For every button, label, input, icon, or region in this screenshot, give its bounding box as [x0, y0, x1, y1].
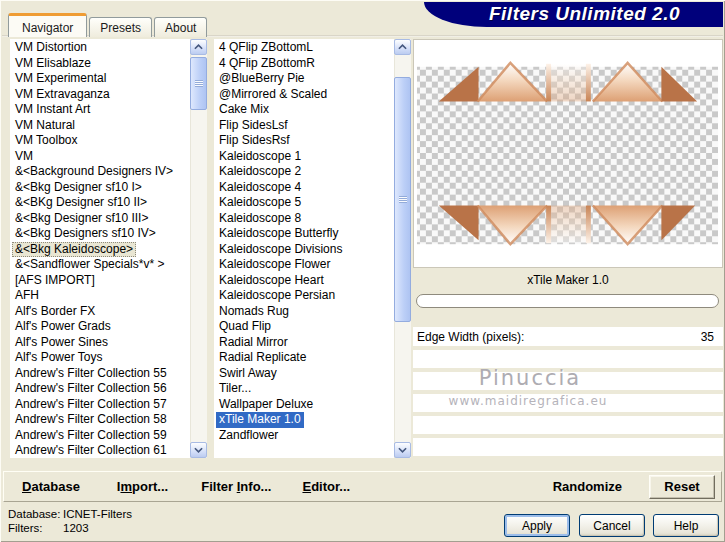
category-list-item[interactable]: Alf's Power Grads — [12, 319, 114, 335]
filter-list-item[interactable]: Tiler... — [216, 381, 254, 397]
preview-image — [414, 40, 722, 267]
scroll-up-button[interactable] — [394, 39, 411, 55]
category-list-item[interactable]: Alf's Power Sines — [12, 335, 111, 351]
database-status-value: ICNET-Filters — [63, 507, 132, 521]
edge-width-label: Edge Width (pixels): — [413, 330, 701, 344]
help-button[interactable]: Help — [653, 514, 719, 537]
category-list-item[interactable]: VM Toolbox — [12, 133, 80, 149]
command-bar: Database Import... Filter Info... Editor… — [3, 471, 722, 502]
database-button[interactable]: Database — [22, 479, 80, 494]
scroll-down-button[interactable] — [190, 442, 207, 458]
filter-info-button[interactable]: Filter Info... — [201, 479, 271, 494]
title-banner: Filters Unlimited 2.0 — [424, 2, 723, 27]
filter-list-item[interactable]: Swirl Away — [216, 366, 280, 382]
category-list-item[interactable]: Alf's Border FX — [12, 304, 98, 320]
database-status-label: Database: — [8, 507, 63, 521]
filter-list-item[interactable]: Nomads Rug — [216, 304, 292, 320]
category-list-item[interactable]: Andrew's Filter Collection 59 — [12, 428, 170, 444]
category-list-item[interactable]: Alf's Power Toys — [12, 350, 105, 366]
filter-list-item[interactable]: Radial Replicate — [216, 350, 309, 366]
filter-list-item[interactable]: Kaleidoscope 5 — [216, 195, 304, 211]
category-list-item[interactable]: &<Sandflower Specials*v* > — [12, 257, 167, 273]
scroll-thumb[interactable] — [394, 77, 411, 322]
filter-list-item[interactable]: Flip SidesLsf — [216, 118, 291, 134]
category-list-item[interactable]: Andrew's Filter Collection 57 — [12, 397, 170, 413]
reset-button[interactable]: Reset — [649, 475, 715, 499]
category-list-item[interactable]: &<BKg Designer sf10 II> — [12, 195, 150, 211]
category-list-item[interactable]: &<Bkg Designer sf10 III> — [12, 211, 151, 227]
category-list-item[interactable]: VM Instant Art — [12, 102, 93, 118]
app-title: Filters Unlimited 2.0 — [489, 3, 680, 25]
progress-bar[interactable] — [416, 294, 719, 308]
watermark-name: Pinuccia — [375, 366, 685, 390]
apply-button[interactable]: Apply — [504, 514, 570, 537]
category-list-item[interactable]: &<Bkg Designers sf10 IV> — [12, 226, 159, 242]
category-list-item[interactable]: VM Distortion — [12, 40, 90, 56]
tab-navigator[interactable]: Navigator — [8, 13, 87, 37]
edge-width-row: Edge Width (pixels): 35 — [413, 327, 723, 346]
filter-list-item[interactable]: @BlueBerry Pie — [216, 71, 308, 87]
tab-about[interactable]: About — [154, 17, 207, 37]
category-list-item[interactable]: VM Experimental — [12, 71, 109, 87]
category-list-item[interactable]: &<Background Designers IV> — [12, 164, 176, 180]
filter-list-item[interactable]: Zandflower — [216, 428, 281, 444]
filter-list-item[interactable]: Cake Mix — [216, 102, 272, 118]
category-list-item[interactable]: [AFS IMPORT] — [12, 273, 98, 289]
filter-list-item[interactable]: Radial Mirror — [216, 335, 291, 351]
parameter-row — [413, 438, 723, 456]
filter-list-item[interactable]: Kaleidoscope 4 — [216, 180, 304, 196]
category-list-item[interactable]: Andrew's Filter Collection 58 — [12, 412, 170, 428]
category-list-item[interactable]: AFH — [12, 288, 42, 304]
category-scrollbar[interactable] — [190, 39, 207, 458]
preview-panel: xTile Maker 1.0 Edge Width (pixels): 35 … — [413, 39, 723, 471]
randomize-button[interactable]: Randomize — [553, 479, 622, 494]
category-list-item[interactable]: &<Bkg Designer sf10 I> — [12, 180, 145, 196]
editor-button[interactable]: Editor... — [302, 479, 350, 494]
edge-width-value[interactable]: 35 — [701, 330, 723, 344]
category-listbox: VM DistortionVM ElisablazeVM Experimenta… — [10, 39, 207, 458]
filter-list-item[interactable]: Kaleidoscope Flower — [216, 257, 333, 273]
filter-list-item[interactable]: 4 QFlip ZBottomL — [216, 40, 316, 56]
filter-list-item[interactable]: xTile Maker 1.0 — [216, 412, 304, 428]
watermark-url: www.maidiregrafica.eu — [373, 394, 683, 408]
category-list-item[interactable]: VM Extravaganza — [12, 87, 113, 103]
filter-list: 4 QFlip ZBottomL4 QFlip ZBottomR@BlueBer… — [214, 39, 394, 458]
parameter-row — [413, 416, 723, 434]
status-bar: Database: ICNET-Filters Filters: 1203 — [8, 507, 132, 535]
scroll-up-button[interactable] — [190, 39, 207, 55]
chevron-up-icon — [398, 44, 407, 50]
cancel-button[interactable]: Cancel — [579, 514, 645, 537]
thumb-ridges — [195, 80, 203, 87]
category-list-item[interactable]: &<Bkg Kaleidoscope> — [12, 242, 136, 258]
filters-status-label: Filters: — [8, 521, 63, 535]
selected-filter-name: xTile Maker 1.0 — [413, 273, 723, 287]
filter-list-item[interactable]: @Mirrored & Scaled — [216, 87, 330, 103]
filters-unlimited-dialog: Filters Unlimited 2.0 Navigator Presets … — [0, 0, 725, 542]
tab-bar: Navigator Presets About — [8, 13, 207, 37]
filter-list-item[interactable]: Quad Flip — [216, 319, 274, 335]
scroll-down-button[interactable] — [394, 442, 411, 458]
category-list-item[interactable]: VM Elisablaze — [12, 56, 94, 72]
filter-list-item[interactable]: Kaleidoscope 8 — [216, 211, 304, 227]
category-list-item[interactable]: VM Natural — [12, 118, 78, 134]
category-list-item[interactable]: Andrew's Filter Collection 61 — [12, 443, 170, 458]
filter-list-item[interactable]: Kaleidoscope Heart — [216, 273, 327, 289]
chevron-down-icon — [194, 447, 203, 453]
category-list-item[interactable]: VM — [12, 149, 36, 165]
filter-list-item[interactable]: Kaleidoscope 2 — [216, 164, 304, 180]
filter-list-item[interactable]: Flip SidesRsf — [216, 133, 293, 149]
filter-list-item[interactable]: Kaleidoscope Persian — [216, 288, 338, 304]
category-list-item[interactable]: Andrew's Filter Collection 56 — [12, 381, 170, 397]
tab-presets[interactable]: Presets — [89, 17, 152, 37]
filter-list-item[interactable]: Kaleidoscope Butterfly — [216, 226, 341, 242]
filter-list-item[interactable]: Wallpaper Deluxe — [216, 397, 316, 413]
filter-list-item[interactable]: Kaleidoscope Divisions — [216, 242, 345, 258]
scroll-thumb[interactable] — [190, 57, 207, 110]
filter-preview — [413, 39, 723, 268]
chevron-up-icon — [194, 44, 203, 50]
filter-list-item[interactable]: 4 QFlip ZBottomR — [216, 56, 318, 72]
filter-list-item[interactable]: Kaleidoscope 1 — [216, 149, 304, 165]
category-list-item[interactable]: Andrew's Filter Collection 55 — [12, 366, 170, 382]
category-list: VM DistortionVM ElisablazeVM Experimenta… — [10, 39, 190, 458]
import-button[interactable]: Import... — [117, 479, 168, 494]
